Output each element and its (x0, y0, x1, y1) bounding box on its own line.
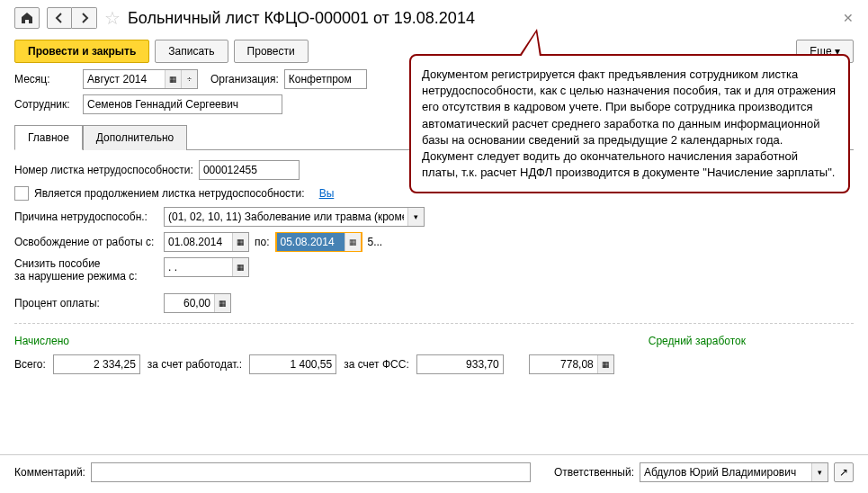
sheet-no-label: Номер листка нетрудоспособности: (14, 164, 193, 176)
reason-label: Причина нетрудоспособн.: (14, 211, 158, 223)
comment-input[interactable] (91, 462, 531, 482)
percent-calc-button[interactable]: ▦ (214, 294, 230, 312)
reduce-label1: Снизить пособие (14, 257, 158, 270)
accrued-link[interactable]: Начислено (14, 335, 69, 347)
page-title: Больничный лист КФЦО-000001 от 19.08.201… (128, 9, 475, 28)
avg-input[interactable]: ▦ (529, 354, 614, 374)
month-input[interactable]: ▦ ÷ (83, 69, 198, 89)
percent-input[interactable]: ▦ (164, 293, 231, 313)
release-from-input[interactable]: ▦ (164, 232, 249, 252)
total-input[interactable] (53, 354, 140, 374)
reduce-label2: за нарушение режима с: (14, 270, 158, 282)
sheet-no-input[interactable] (199, 160, 300, 180)
comment-label: Комментарий: (14, 466, 85, 479)
employer-label: за счет работодат.: (148, 358, 242, 371)
org-input[interactable] (284, 69, 367, 89)
close-button[interactable]: ✕ (843, 11, 854, 25)
forward-button[interactable] (72, 7, 97, 29)
month-stepper[interactable]: ÷ (181, 70, 197, 88)
release-from-label: Освобождение от работы с: (14, 236, 158, 248)
month-label: Месяц: (14, 73, 77, 85)
month-picker-button[interactable]: ▦ (165, 70, 181, 88)
avg-earnings-link[interactable]: Средний заработок (649, 335, 746, 347)
total-label: Всего: (14, 358, 46, 371)
reduce-date-picker[interactable]: ▦ (232, 258, 248, 276)
back-button[interactable] (47, 7, 72, 29)
employer-input[interactable] (249, 354, 336, 374)
star-icon[interactable]: ☆ (104, 7, 121, 29)
avg-calc-button[interactable]: ▦ (597, 355, 613, 373)
continuation-label: Является продолжением листка нетрудоспос… (34, 187, 305, 200)
responsible-label: Ответственный: (554, 466, 634, 479)
percent-label: Процент оплаты: (14, 297, 158, 309)
release-to-input[interactable]: ▦ (275, 232, 362, 252)
reason-dropdown[interactable]: ▾ (407, 208, 424, 226)
submit-button[interactable]: Провести (234, 40, 309, 63)
employee-input[interactable] (83, 94, 282, 114)
callout-text: Документом регистрируется факт предъявле… (422, 67, 836, 179)
date-picker-to[interactable]: ▦ (345, 233, 361, 251)
save-button[interactable]: Записать (155, 40, 228, 63)
tab-extra[interactable]: Дополнительно (83, 125, 187, 150)
submit-close-button[interactable]: Провести и закрыть (14, 40, 149, 63)
responsible-input[interactable]: ▾ (640, 462, 828, 482)
home-button[interactable] (14, 7, 40, 29)
org-label: Организация: (210, 73, 279, 85)
tab-main[interactable]: Главное (14, 125, 83, 150)
fss-input[interactable] (416, 354, 504, 374)
responsible-dropdown[interactable]: ▾ (811, 463, 828, 481)
date-picker-from[interactable]: ▦ (232, 233, 248, 251)
select-link[interactable]: Вы (319, 187, 335, 200)
reduce-input[interactable]: ▦ (164, 257, 249, 277)
reason-input[interactable]: ▾ (164, 207, 425, 227)
days-suffix: 5... (368, 236, 383, 248)
responsible-open-button[interactable]: ↗ (834, 462, 854, 482)
fss-label: за счет ФСС: (344, 358, 409, 371)
employee-label: Сотрудник: (14, 98, 77, 111)
continuation-checkbox[interactable] (14, 186, 29, 201)
to-label: по: (255, 236, 270, 248)
help-callout: Документом регистрируется факт предъявле… (409, 54, 850, 193)
